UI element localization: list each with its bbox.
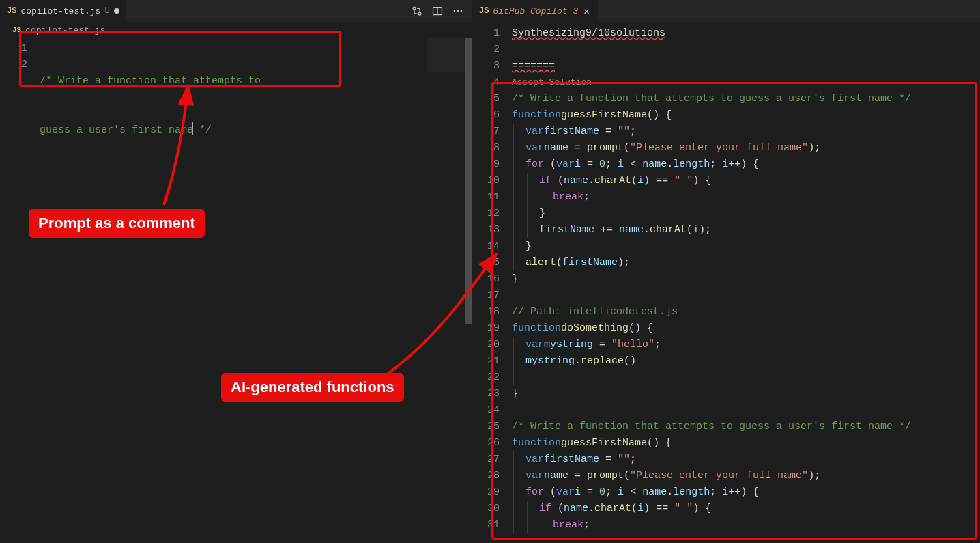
code-line: [512, 402, 980, 419]
line-number: 19: [472, 320, 500, 337]
line-number: 17: [472, 288, 500, 304]
unsaved-indicator-icon: [114, 8, 119, 14]
left-editor[interactable]: 1 2 /* Write a function that attempts to…: [0, 38, 472, 543]
right-code[interactable]: Synthesizing 9/10 solutions=======Accept…: [512, 23, 980, 543]
right-editor[interactable]: 1234567891011121314151617181920212223242…: [472, 23, 980, 543]
line-number: 20: [472, 337, 500, 353]
line-number: 3: [472, 58, 500, 74]
left-gutter: 1 2: [0, 38, 40, 543]
accept-solution-link[interactable]: Accept Solution: [512, 74, 592, 91]
code-line: [512, 370, 980, 386]
code-line: for (var i = 0; i < name.length; i++) {: [512, 156, 980, 173]
left-tabbar: JS copilot-test.js U: [0, 0, 472, 23]
code-line: alert(firstName);: [512, 255, 980, 271]
line-number: 25: [472, 419, 500, 435]
line-number: 26: [472, 435, 500, 451]
right-gutter: 1234567891011121314151617181920212223242…: [472, 23, 512, 543]
right-editor-pane: JS GitHub Copilot 3 ✕ 123456789101112131…: [472, 0, 980, 543]
line-number: 8: [472, 140, 500, 156]
js-file-icon: JS: [12, 26, 21, 34]
line-number: 5: [472, 91, 500, 107]
line-number: 4: [472, 74, 500, 91]
code-line: if (name.charAt(i) == " ") {: [512, 173, 980, 189]
svg-point-5: [457, 10, 459, 12]
code-line: var mystring = "hello";: [512, 337, 980, 353]
right-tabbar: JS GitHub Copilot 3 ✕: [472, 0, 980, 23]
line-number: 14: [472, 238, 500, 255]
line-number: 18: [472, 304, 500, 320]
left-code[interactable]: /* Write a function that attempts to gue…: [40, 38, 472, 543]
line-number: 24: [472, 402, 500, 419]
line-number: 9: [472, 156, 500, 173]
code-line: }: [512, 386, 980, 402]
code-text: /* Write a function that attempts to: [40, 73, 261, 89]
code-line: break;: [512, 189, 980, 206]
svg-point-1: [418, 12, 421, 15]
line-number: 23: [472, 386, 500, 402]
js-file-icon: JS: [7, 6, 16, 16]
code-line: /* Write a function that attempts to gue…: [512, 91, 980, 107]
js-file-icon: JS: [479, 6, 489, 16]
svg-point-4: [454, 10, 456, 12]
code-line: }: [512, 271, 980, 288]
git-untracked-badge: U: [104, 6, 109, 16]
code-line: [512, 42, 980, 58]
tab-title: GitHub Copilot 3: [493, 6, 578, 16]
compare-changes-icon[interactable]: [412, 5, 422, 16]
breadcrumb[interactable]: JS copilot-test.js: [0, 23, 472, 38]
code-line: var name = prompt("Please enter your ful…: [512, 140, 980, 156]
line-number: 10: [472, 173, 500, 189]
line-number: 31: [472, 517, 500, 533]
annotation-label-functions: AI-generated functions: [221, 373, 404, 402]
code-text: */: [193, 122, 212, 139]
code-line: var firstName = "";: [512, 451, 980, 468]
code-line: =======: [512, 58, 980, 74]
line-number: 7: [472, 124, 500, 140]
line-number: 30: [472, 501, 500, 517]
code-text: guess a user's first name: [40, 122, 193, 139]
code-line: }: [512, 206, 980, 222]
svg-point-6: [461, 10, 463, 12]
code-line: Synthesizing 9/10 solutions: [512, 25, 980, 42]
close-icon[interactable]: ✕: [582, 5, 590, 17]
line-number: 1: [0, 40, 27, 57]
tab-copilot-test[interactable]: JS copilot-test.js U: [0, 0, 127, 23]
code-line: mystring.replace(): [512, 353, 980, 370]
code-line: // Path: intellicodetest.js: [512, 304, 980, 320]
vertical-scrollbar[interactable]: [465, 38, 472, 543]
more-actions-icon[interactable]: [452, 5, 463, 16]
code-line: var name = prompt("Please enter your ful…: [512, 468, 980, 484]
code-line: firstName += name.charAt(i);: [512, 222, 980, 238]
line-number: 1: [472, 25, 500, 42]
left-editor-pane: JS copilot-test.js U JS copilot-test.js: [0, 0, 472, 543]
line-number: 29: [472, 484, 500, 501]
line-number: 13: [472, 222, 500, 238]
annotation-label-prompt: Prompt as a comment: [29, 209, 205, 238]
code-line: function guessFirstName() {: [512, 435, 980, 451]
code-line: function doSomething() {: [512, 320, 980, 337]
code-line: if (name.charAt(i) == " ") {: [512, 501, 980, 517]
line-number: 27: [472, 451, 500, 468]
tab-github-copilot[interactable]: JS GitHub Copilot 3 ✕: [472, 0, 599, 23]
code-line: /* Write a function that attempts to gue…: [512, 419, 980, 435]
line-number: 16: [472, 271, 500, 288]
tab-title: copilot-test.js: [20, 6, 100, 16]
line-number: 2: [0, 57, 27, 73]
line-number: 11: [472, 189, 500, 206]
line-number: 28: [472, 468, 500, 484]
tab-actions: [412, 5, 472, 16]
code-line: [512, 288, 980, 304]
breadcrumb-file: copilot-test.js: [25, 25, 105, 36]
code-line: }: [512, 238, 980, 255]
split-editor-icon[interactable]: [432, 5, 443, 16]
code-line: break;: [512, 517, 980, 533]
line-number: 2: [472, 42, 500, 58]
editor-split: JS copilot-test.js U JS copilot-test.js: [0, 0, 980, 543]
line-number: 22: [472, 370, 500, 386]
code-line: for (var i = 0; i < name.length; i++) {: [512, 484, 980, 501]
minimap[interactable]: [427, 38, 465, 543]
code-line: function guessFirstName() {: [512, 107, 980, 124]
line-number: 15: [472, 255, 500, 271]
svg-point-0: [413, 7, 416, 10]
line-number: 12: [472, 206, 500, 222]
